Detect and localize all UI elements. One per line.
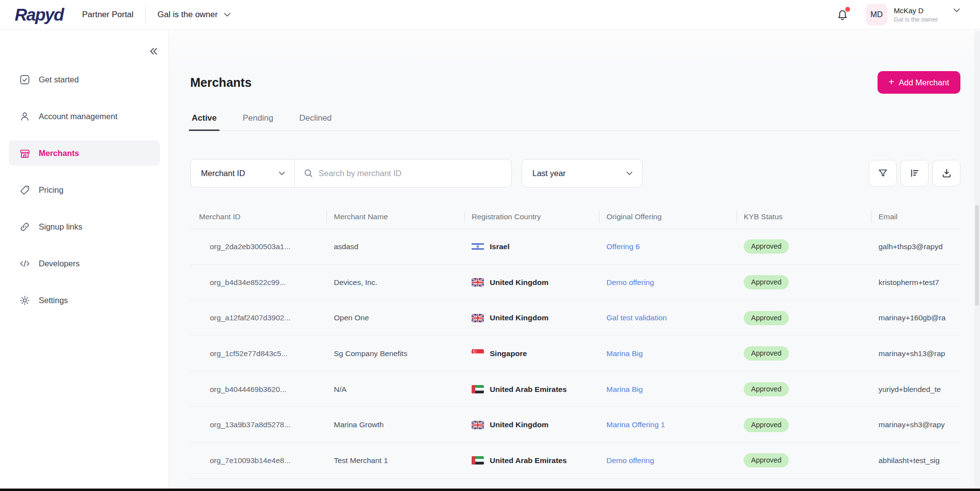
sort-icon xyxy=(909,168,920,179)
merchant-name-cell: Devices, Inc. xyxy=(327,278,464,287)
add-merchant-button-label: Add Merchant xyxy=(899,78,949,87)
email-cell: abhilasht+test_sig xyxy=(871,456,960,465)
offering-link[interactable]: Marina Big xyxy=(606,385,643,393)
user-role: Gal is the owner xyxy=(894,16,947,24)
kyb-status-badge: Approved xyxy=(744,382,789,396)
scrollbar-thumb[interactable] xyxy=(975,205,979,306)
kyb-status-cell: Approved xyxy=(736,311,871,325)
sidebar: Get started Account management Merchants… xyxy=(0,30,169,491)
scrollbar-track[interactable] xyxy=(974,31,980,488)
sidebar-item-merchants[interactable]: Merchants xyxy=(9,140,160,166)
column-header-merchant-id: Merchant ID xyxy=(190,212,327,221)
column-header-original-offering: Original Offering xyxy=(599,212,736,221)
column-header-kyb-status: KYB Status xyxy=(736,212,871,221)
merchant-id-cell: org_b4d34e8522c99... xyxy=(190,278,327,287)
offering-link[interactable]: Marina Big xyxy=(606,349,643,358)
flag-ae-icon xyxy=(472,385,484,393)
offering-link[interactable]: Demo offering xyxy=(606,456,654,465)
sort-button[interactable] xyxy=(901,160,929,186)
sidebar-item-account-management[interactable]: Account management xyxy=(9,103,160,129)
sidebar-item-label: Get started xyxy=(39,75,79,84)
code-icon xyxy=(19,258,30,269)
user-name: McKay D xyxy=(894,6,947,16)
search-box xyxy=(295,159,511,187)
country-name: United Arab Emirates xyxy=(490,456,567,465)
sidebar-item-settings[interactable]: Settings xyxy=(9,287,160,313)
page-title: Merchants xyxy=(190,76,251,90)
kyb-status-cell: Approved xyxy=(736,418,871,432)
sidebar-item-developers[interactable]: Developers xyxy=(9,251,160,276)
table-row[interactable]: org_b4d34e8522c99... Devices, Inc. Unite… xyxy=(190,265,960,301)
email-cell: marinay+sh13@rap xyxy=(871,349,960,358)
collapse-sidebar-icon[interactable] xyxy=(148,46,159,57)
table-row[interactable]: org_13a9b37a8d5278... Marina Growth Unit… xyxy=(190,407,960,443)
user-meta: McKay D Gal is the owner xyxy=(894,6,947,24)
tab-active[interactable]: Active xyxy=(190,113,218,130)
table-row[interactable]: org_2da2eb300503a1... asdasd Israel Offe… xyxy=(190,229,960,265)
offering-link[interactable]: Marina Offering 1 xyxy=(606,420,665,429)
notification-bell-icon[interactable] xyxy=(836,8,849,22)
table-body: org_2da2eb300503a1... asdasd Israel Offe… xyxy=(190,229,960,479)
table-row[interactable]: org_a12faf2407d3902... Open One United K… xyxy=(190,300,960,336)
sidebar-item-label: Account management xyxy=(39,112,118,121)
table-row[interactable]: org_b4044469b3620... N/A United Arab Emi… xyxy=(190,372,960,408)
country-name: United Arab Emirates xyxy=(490,385,567,394)
add-merchant-button[interactable]: + Add Merchant xyxy=(878,71,960,94)
tab-bar: Active Pending Declined xyxy=(190,113,960,131)
user-menu[interactable]: MD McKay D Gal is the owner xyxy=(866,4,960,26)
merchants-table: Merchant IDMerchant NameRegistration Cou… xyxy=(190,205,960,479)
email-cell: galh+thsp3@rapyd xyxy=(871,242,960,251)
offering-link[interactable]: Gal test validation xyxy=(606,313,667,322)
flag-gb-icon xyxy=(472,278,484,286)
workspace-selector-label: Gal is the owner xyxy=(157,10,218,20)
date-range-value: Last year xyxy=(532,169,566,178)
offering-link[interactable]: Demo offering xyxy=(606,278,654,286)
merchant-name-cell: N/A xyxy=(327,385,464,394)
chevron-down-icon xyxy=(224,12,231,17)
merchant-name-cell: Marina Growth xyxy=(327,420,464,429)
flag-sg-icon xyxy=(472,349,484,358)
table-header-row: Merchant IDMerchant NameRegistration Cou… xyxy=(190,205,960,229)
column-header-email: Email xyxy=(871,212,960,221)
download-button[interactable] xyxy=(932,160,960,186)
tab-label: Declined xyxy=(299,113,331,123)
column-header-registration-country: Registration Country xyxy=(464,212,599,221)
table-row[interactable]: org_1cf52e77d843c5... Sg Company Benefit… xyxy=(190,336,960,372)
tab-declined[interactable]: Declined xyxy=(298,113,333,130)
merchant-name-cell: asdasd xyxy=(327,242,464,251)
tab-pending[interactable]: Pending xyxy=(241,113,275,130)
gear-icon xyxy=(19,295,30,306)
country-name: Singapore xyxy=(490,349,527,358)
filter-button[interactable] xyxy=(869,160,897,186)
merchant-id-cell: org_7e10093b14e4e8... xyxy=(190,456,327,465)
merchant-name-cell: Open One xyxy=(327,313,464,322)
sidebar-item-get-started[interactable]: Get started xyxy=(9,67,160,92)
kyb-status-cell: Approved xyxy=(736,382,871,396)
kyb-status-badge: Approved xyxy=(744,346,789,361)
sidebar-item-signup-links[interactable]: Signup links xyxy=(9,214,160,239)
search-input[interactable] xyxy=(319,169,503,178)
search-field-selector[interactable]: Merchant ID xyxy=(191,159,295,187)
kyb-status-badge: Approved xyxy=(744,239,789,254)
offering-link[interactable]: Offering 6 xyxy=(606,242,640,251)
original-offering-cell: Offering 6 xyxy=(599,242,736,251)
kyb-status-cell: Approved xyxy=(736,453,871,467)
merchant-id-cell: org_2da2eb300503a1... xyxy=(190,242,327,251)
sidebar-item-label: Signup links xyxy=(39,222,82,232)
date-range-selector[interactable]: Last year xyxy=(522,159,643,187)
original-offering-cell: Marina Big xyxy=(599,385,736,394)
store-icon xyxy=(19,148,30,159)
workspace-selector[interactable]: Gal is the owner xyxy=(157,10,231,20)
flag-gb-icon xyxy=(472,314,484,322)
table-toolbar xyxy=(869,160,960,186)
registration-country-cell: United Arab Emirates xyxy=(464,385,599,394)
tab-label: Active xyxy=(192,113,217,123)
kyb-status-cell: Approved xyxy=(736,275,871,289)
merchant-id-cell: org_1cf52e77d843c5... xyxy=(190,349,327,358)
table-row[interactable]: org_7e10093b14e4e8... Test Merchant 1 Un… xyxy=(190,443,960,479)
email-cell: marinay+sh3@rapy xyxy=(871,420,960,429)
registration-country-cell: Israel xyxy=(464,242,599,251)
sidebar-item-pricing[interactable]: Pricing xyxy=(9,177,160,203)
country-name: United Kingdom xyxy=(490,278,549,287)
merchant-name-cell: Sg Company Benefits xyxy=(327,349,464,358)
